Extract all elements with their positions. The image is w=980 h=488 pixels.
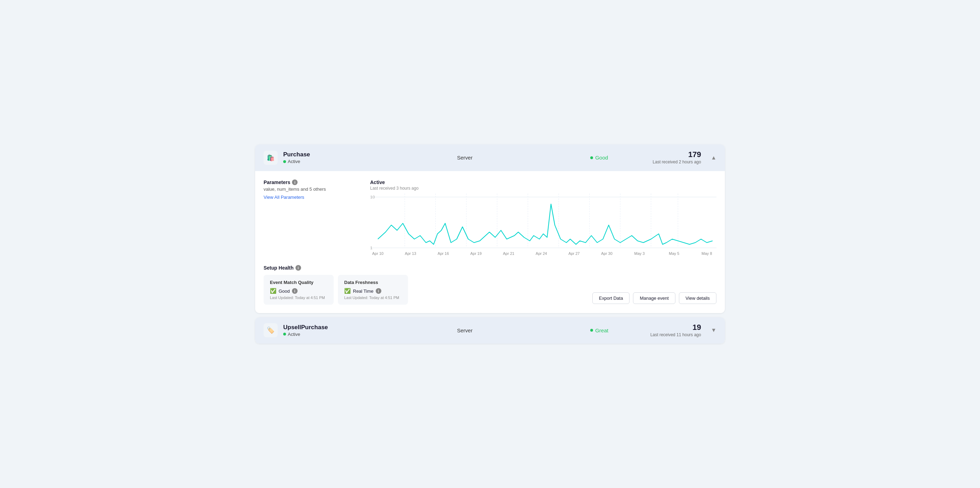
- purchase-quality-dot: [590, 156, 593, 159]
- action-buttons: Export Data Manage event View details: [592, 292, 716, 305]
- svg-text:Apr 30: Apr 30: [601, 251, 612, 255]
- event-match-quality-card: Event Match Quality ✅ Good i Last Update…: [264, 275, 334, 305]
- emq-updated: Last Updated: Today at 4:51 PM: [270, 295, 328, 300]
- svg-text:May 5: May 5: [669, 251, 679, 255]
- purchase-quality-label: Good: [595, 155, 608, 161]
- purchase-status-dot: [283, 160, 286, 163]
- purchase-count-block: 179 Last received 2 hours ago: [638, 150, 701, 165]
- upsell-name: UpsellPurchase: [283, 324, 339, 331]
- upsell-event-header[interactable]: 🏷️ UpsellPurchase Active Server Great 19…: [255, 317, 725, 344]
- manage-event-button[interactable]: Manage event: [633, 292, 675, 304]
- chart-area: 10 1 Apr 10 Apr 13 Apr 16 Apr 19 Apr 21: [370, 193, 716, 257]
- df-status: ✅ Real Time i: [344, 288, 402, 294]
- svg-text:Apr 21: Apr 21: [503, 251, 514, 255]
- emq-status-label: Good: [278, 289, 290, 294]
- purchase-event-body: Parameters i value, num_items and 5 othe…: [255, 171, 725, 313]
- purchase-name: Purchase: [283, 151, 339, 158]
- upsell-quality: Great: [590, 327, 632, 333]
- upsell-last-received: Last received 11 hours ago: [638, 332, 701, 338]
- upsell-icon: 🏷️: [264, 323, 278, 337]
- svg-text:May 8: May 8: [702, 251, 712, 255]
- df-updated: Last Updated: Today at 4:51 PM: [344, 295, 402, 300]
- view-details-button[interactable]: View details: [679, 292, 716, 304]
- purchase-event-header[interactable]: 🛍️ Purchase Active Server Good 179 Last …: [255, 144, 725, 171]
- df-info-icon[interactable]: i: [376, 288, 381, 294]
- view-all-params-link[interactable]: View All Parameters: [264, 195, 304, 200]
- upsell-count: 19: [638, 323, 701, 332]
- emq-title: Event Match Quality: [270, 280, 328, 285]
- purchase-title-block: Purchase Active: [283, 151, 339, 164]
- params-values: value, num_items and 5 others: [264, 187, 362, 192]
- svg-text:May 3: May 3: [634, 251, 644, 255]
- upsell-quality-label: Great: [595, 327, 608, 333]
- svg-text:Apr 13: Apr 13: [405, 251, 417, 255]
- upsell-count-block: 19 Last received 11 hours ago: [638, 323, 701, 338]
- activity-chart: 10 1 Apr 10 Apr 13 Apr 16 Apr 19 Apr 21: [370, 193, 716, 257]
- upsell-status-dot: [283, 333, 286, 335]
- upsell-type: Server: [345, 327, 585, 333]
- params-section: Parameters i value, num_items and 5 othe…: [264, 180, 362, 257]
- svg-text:Apr 27: Apr 27: [568, 251, 580, 255]
- purchase-type: Server: [345, 155, 585, 161]
- svg-text:Apr 24: Apr 24: [536, 251, 547, 255]
- emq-info-icon[interactable]: i: [292, 288, 298, 294]
- setup-health-title: Setup Health i: [264, 265, 716, 271]
- upsell-quality-dot: [590, 329, 593, 332]
- df-status-label: Real Time: [353, 289, 374, 294]
- upsell-chevron[interactable]: ▼: [711, 327, 716, 333]
- chart-subtitle: Last received 3 hours ago: [370, 186, 716, 191]
- setup-health-info-icon[interactable]: i: [296, 265, 301, 271]
- params-info-icon[interactable]: i: [292, 180, 298, 185]
- svg-text:Apr 19: Apr 19: [470, 251, 482, 255]
- emq-status: ✅ Good i: [270, 288, 328, 294]
- main-container: 🛍️ Purchase Active Server Good 179 Last …: [255, 144, 725, 344]
- purchase-body-grid: Parameters i value, num_items and 5 othe…: [264, 180, 716, 257]
- svg-text:1: 1: [370, 246, 372, 250]
- emq-check-icon: ✅: [270, 288, 277, 294]
- upsell-title-block: UpsellPurchase Active: [283, 324, 339, 337]
- chart-title: Active: [370, 180, 716, 185]
- upsell-status: Active: [283, 332, 339, 337]
- setup-health-label: Setup Health: [264, 265, 294, 271]
- health-and-actions: Event Match Quality ✅ Good i Last Update…: [264, 275, 716, 305]
- upsell-status-label: Active: [288, 332, 300, 337]
- purchase-last-received: Last received 2 hours ago: [638, 159, 701, 165]
- chart-section: Active Last received 3 hours ago: [370, 180, 716, 257]
- purchase-icon: 🛍️: [264, 151, 278, 165]
- purchase-chevron[interactable]: ▲: [711, 155, 716, 161]
- purchase-status-label: Active: [288, 159, 300, 164]
- purchase-quality: Good: [590, 155, 632, 161]
- health-cards: Event Match Quality ✅ Good i Last Update…: [264, 275, 408, 305]
- svg-text:Apr 10: Apr 10: [372, 251, 384, 255]
- purchase-status: Active: [283, 159, 339, 164]
- svg-text:Apr 16: Apr 16: [438, 251, 449, 255]
- df-check-icon: ✅: [344, 288, 351, 294]
- upsell-event-card: 🏷️ UpsellPurchase Active Server Great 19…: [255, 317, 725, 344]
- data-freshness-card: Data Freshness ✅ Real Time i Last Update…: [338, 275, 408, 305]
- df-title: Data Freshness: [344, 280, 402, 285]
- svg-text:10: 10: [370, 195, 375, 199]
- purchase-event-card: 🛍️ Purchase Active Server Good 179 Last …: [255, 144, 725, 313]
- export-data-button[interactable]: Export Data: [592, 292, 630, 304]
- purchase-count: 179: [638, 150, 701, 159]
- params-title-label: Parameters: [264, 180, 290, 185]
- setup-health-section: Setup Health i Event Match Quality ✅ Goo…: [264, 265, 716, 305]
- params-title: Parameters i: [264, 180, 362, 185]
